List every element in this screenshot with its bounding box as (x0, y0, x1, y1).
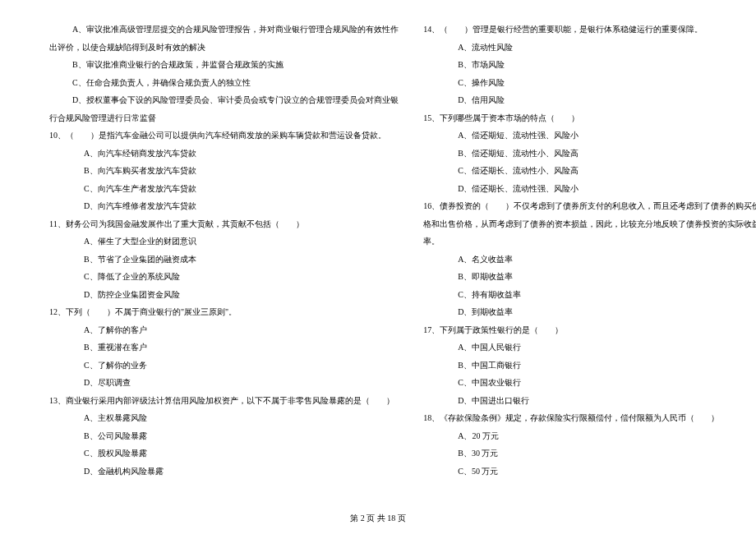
q18-stem: 18、《存款保险条例》规定，存款保险实行限额偿付，偿付限额为人民币（ ） (423, 409, 756, 427)
q13-option-d: D、金融机构风险暴露 (49, 463, 399, 481)
q14-option-c: C、操作风险 (423, 74, 756, 92)
q13-option-c: C、股权风险暴露 (49, 444, 399, 463)
q13-stem: 13、商业银行采用内部评级法计算信用风险加权资产，以下不属于非零售风险暴露的是（… (49, 392, 399, 410)
q11-option-c: C、降低了企业的系统风险 (49, 268, 399, 286)
q9-option-a-line1: A、审议批准高级管理层提交的合规风险管理报告，并对商业银行管理合规风险的有效性作 (49, 21, 399, 39)
q11-option-d: D、防控企业集团资金风险 (49, 286, 399, 304)
q9-option-d-line2: 行合规风险管理进行日常监督 (49, 109, 399, 127)
q16-stem-line2: 格和出售价格，从而考虑到了债券的资本损益，因此，比较充分地反映了债券投资的实际收… (423, 215, 756, 233)
q10-option-d: D、向汽车维修者发放汽车贷款 (49, 197, 399, 215)
q14-option-a: A、流动性风险 (423, 39, 756, 57)
q14-option-b: B、市场风险 (423, 56, 756, 74)
q11-option-a: A、催生了大型企业的财团意识 (49, 232, 399, 251)
q14-option-d: D、信用风险 (423, 91, 756, 109)
q17-option-b: B、中国工商银行 (423, 357, 756, 375)
document-content: A、审议批准高级管理层提交的合规风险管理报告，并对商业银行管理合规风险的有效性作… (49, 21, 707, 497)
q15-option-d: D、偿还期长、流动性强、风险小 (423, 180, 756, 198)
q10-option-c: C、向汽车生产者发放汽车贷款 (49, 180, 399, 198)
q18-option-a: A、20 万元 (423, 427, 756, 445)
q18-option-c: C、50 万元 (423, 463, 756, 481)
q12-option-d: D、尽职调查 (49, 374, 399, 392)
q15-option-a: A、偿还期短、流动性强、风险小 (423, 127, 756, 145)
q15-stem: 15、下列哪些属于资本市场的特点（ ） (423, 109, 756, 127)
q17-option-a: A、中国人民银行 (423, 338, 756, 357)
q10-option-a: A、向汽车经销商发放汽车贷款 (49, 145, 399, 163)
q14-stem: 14、（ ）管理是银行经营的重要职能，是银行体系稳健运行的重要保障。 (423, 21, 756, 39)
q17-option-d: D、中国进出口银行 (423, 392, 756, 410)
q10-option-b: B、向汽车购买者发放汽车贷款 (49, 162, 399, 180)
q18-option-b: B、30 万元 (423, 444, 756, 463)
q9-option-d-line1: D、授权董事会下设的风险管理委员会、审计委员会或专门设立的合规管理委员会对商业银 (49, 91, 399, 109)
q16-option-d: D、到期收益率 (423, 303, 756, 321)
q16-option-b: B、即期收益率 (423, 268, 756, 286)
q9-option-a-line2: 出评价，以使合规缺陷得到及时有效的解决 (49, 39, 399, 57)
right-column: 14、（ ）管理是银行经营的重要职能，是银行体系稳健运行的重要保障。 A、流动性… (423, 21, 756, 497)
q12-option-a: A、了解你的客户 (49, 321, 399, 339)
left-column: A、审议批准高级管理层提交的合规风险管理报告，并对商业银行管理合规风险的有效性作… (49, 21, 399, 497)
q17-stem: 17、下列属于政策性银行的是（ ） (423, 321, 756, 339)
q11-stem: 11、财务公司为我国金融发展作出了重大贡献，其贡献不包括（ ） (49, 215, 399, 233)
q10-stem: 10、（ ）是指汽车金融公司可以提供向汽车经销商发放的采购车辆贷款和营运设备贷款… (49, 127, 399, 145)
q16-stem-line3: 率。 (423, 232, 756, 251)
page-footer: 第 2 页 共 18 页 (0, 513, 756, 524)
q16-stem-line1: 16、债券投资的（ ）不仅考虑到了债券所支付的利息收入，而且还考虑到了债券的购买… (423, 197, 756, 215)
q11-option-b: B、节省了企业集团的融资成本 (49, 251, 399, 269)
q9-option-c: C、任命合规负责人，并确保合规负责人的独立性 (49, 74, 399, 92)
q13-option-a: A、主权暴露风险 (49, 409, 399, 427)
q12-stem: 12、下列（ ）不属于商业银行的"展业三原则"。 (49, 303, 399, 321)
q16-option-c: C、持有期收益率 (423, 286, 756, 304)
q12-option-c: C、了解你的业务 (49, 357, 399, 375)
q15-option-c: C、偿还期长、流动性小、风险高 (423, 162, 756, 180)
q9-option-b: B、审议批准商业银行的合规政策，并监督合规政策的实施 (49, 56, 399, 74)
q15-option-b: B、偿还期短、流动性小、风险高 (423, 145, 756, 163)
q17-option-c: C、中国农业银行 (423, 374, 756, 392)
q16-option-a: A、名义收益率 (423, 251, 756, 269)
q12-option-b: B、重视潜在客户 (49, 338, 399, 357)
q13-option-b: B、公司风险暴露 (49, 427, 399, 445)
